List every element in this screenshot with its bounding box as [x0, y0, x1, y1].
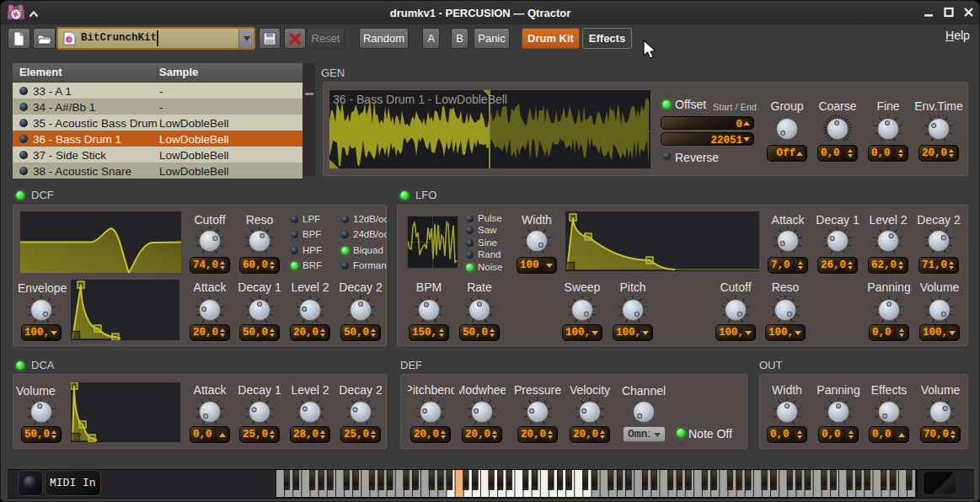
svg-text:36 - Bass Drum 1 - LowDobleBel: 36 - Bass Drum 1 - LowDobleBell — [333, 93, 507, 106]
